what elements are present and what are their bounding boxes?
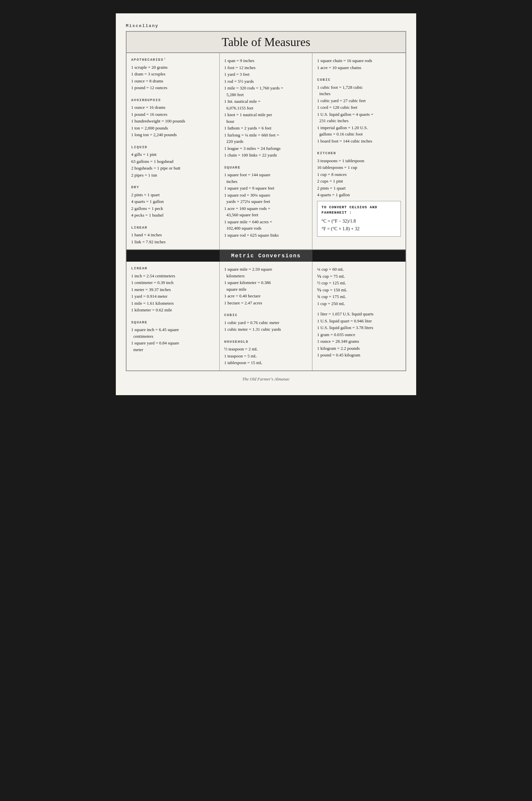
col1-top: APOTHECARIES' 1 scruple = 20 grains 1 dr…: [127, 53, 220, 249]
main-title-box: Table of Measures: [126, 31, 406, 53]
bl-5: 1 mile = 1.61 kilometers: [131, 300, 215, 307]
dry-header: DRY: [131, 185, 215, 190]
b-linear-header: LINEAR: [131, 266, 215, 271]
b-cubic-header: CUBIC: [224, 312, 308, 318]
bcub-2: 1 cubic meter = 1.31 cubic yards: [224, 326, 308, 333]
content-border: APOTHECARIES' 1 scruple = 20 grains 1 dr…: [126, 53, 406, 371]
apothecaries-header: APOTHECARIES': [131, 57, 215, 63]
col2-bottom: 1 square mile = 2.59 square kilometers 1…: [220, 262, 313, 370]
top-section: APOTHECARIES' 1 scruple = 20 grains 1 dr…: [127, 53, 405, 250]
bc3-8: 1 U.S. liquid quart = 0.946 liter: [317, 318, 401, 324]
sq-2: 1 square yard = 9 square feet: [224, 185, 308, 192]
c3-2: 1 acre = 10 square chains: [317, 64, 401, 71]
c2-7: 1 knot = 1 nautical mile per hour: [224, 112, 308, 125]
cub-2: 1 cubic yard = 27 cubic feet: [317, 97, 401, 104]
bl-4: 1 yard = 0.914 meter: [131, 293, 215, 300]
main-title: Table of Measures: [222, 35, 310, 49]
apoth-1: 1 scruple = 20 grains: [131, 64, 215, 71]
col2-top: 1 span = 9 inches 1 foot = 12 inches 1 y…: [220, 53, 313, 249]
metric-title: Metric Conversions: [231, 253, 301, 259]
kitchen-header: KITCHEN: [317, 151, 401, 156]
bc3-10: 1 gram = 0.035 ounce: [317, 331, 401, 338]
avoi-3: 1 hundredweight = 100 pounds: [131, 118, 215, 125]
dry-2: 4 quarts = 1 gallon: [131, 198, 215, 205]
b-household-header: HOUSEHOLD: [224, 339, 308, 345]
dry-3: 2 gallons = 1 peck: [131, 205, 215, 212]
dark-left: [127, 250, 220, 262]
apoth-2: 1 dram = 3 scruples: [131, 71, 215, 77]
bcub-1: 1 cubic yard = 0.76 cubic meter: [224, 319, 308, 326]
bc3-7: 1 liter = 1.057 U.S. liquid quarts: [317, 311, 401, 318]
avoi-5: 1 long ton = 2,240 pounds: [131, 132, 215, 138]
bl-2: 1 centimeter = 0.39 inch: [131, 279, 215, 286]
c2-2: 1 foot = 12 inches: [224, 64, 308, 71]
avoirdupois-header: AVOIRDUPOIS: [131, 97, 215, 103]
bh-3: 1 tablespoon = 15 mL: [224, 359, 308, 366]
liq-2: 63 gallons = 1 hogshead: [131, 158, 215, 165]
c2-11: 1 chain = 100 links = 22 yards: [224, 152, 308, 158]
almanac-footer: The Old Farmer's Almanac: [126, 377, 406, 382]
c2-3: 1 yard = 3 feet: [224, 71, 308, 78]
liq-1: 4 gills = 1 pint: [131, 151, 215, 158]
col1-bottom: LINEAR 1 inch = 2.54 centimeters 1 centi…: [127, 262, 220, 370]
dry-4: 4 pecks = 1 bushel: [131, 212, 215, 218]
square-header: SQUARE: [224, 165, 308, 171]
avoi-2: 1 pound = 16 ounces: [131, 111, 215, 118]
kit-2: 16 tablespoons = 1 cup: [317, 164, 401, 171]
c2-6: 1 Int. nautical mile = 6,076.1155 feet: [224, 98, 308, 111]
bc3-1: ¼ cup = 60 mL: [317, 266, 401, 273]
apoth-4: 1 pound = 12 ounces: [131, 84, 215, 91]
sq-6: 1 square rod = 625 square links: [224, 232, 308, 239]
c2-1: 1 span = 9 inches: [224, 57, 308, 64]
bc3-4: ⅔ cup = 150 mL: [317, 287, 401, 293]
lin-2: 1 link = 7.92 inches: [131, 239, 215, 245]
bl-1: 1 inch = 2.54 centimeters: [131, 273, 215, 279]
c2-9: 1 furlong = ⅛ mile = 660 feet = 220 yard…: [224, 132, 308, 145]
cub-4: 1 U.S. liquid gallon = 4 quarts = 231 cu…: [317, 111, 401, 124]
kit-6: 4 quarts = 1 gallon: [317, 192, 401, 198]
metric-title-row: Metric Conversions: [127, 250, 405, 262]
col3-top: 1 square chain = 16 square rods 1 acre =…: [312, 53, 405, 249]
sq-1: 1 square foot = 144 square inches: [224, 172, 308, 185]
dark-right: [312, 250, 405, 262]
liq-4: 2 pipes = 1 tun: [131, 172, 215, 178]
b-square-header: SQUARE: [131, 320, 215, 325]
avoi-4: 1 ton = 2,000 pounds: [131, 125, 215, 132]
sq-3: 1 square rod = 30¼ square yards = 272¼ s…: [224, 192, 308, 205]
bc3-11: 1 ounce = 28.349 grams: [317, 338, 401, 345]
sq-5: 1 square mile = 640 acres = 102,400 squa…: [224, 218, 308, 232]
cub-5: 1 imperial gallon = 1.20 U.S. gallons = …: [317, 125, 401, 137]
bc2-4: 1 hectare = 2.47 acres: [224, 300, 308, 306]
c2-8: 1 fathom = 2 yards = 6 feet: [224, 125, 308, 132]
convert-box: TO CONVERT CELSIUS AND FAHRENHEIT : °C =…: [317, 201, 401, 236]
page: Miscellany Table of Measures APOTHECARIE…: [116, 13, 416, 395]
convert-f1: °C = (°F − 32)/1.8: [321, 217, 397, 225]
liquid-header: LIQUID: [131, 145, 215, 150]
sq-4: 1 acre = 160 square rods = 43,560 square…: [224, 205, 308, 218]
kit-4: 2 cups = 1 pint: [317, 178, 401, 185]
dry-1: 2 pints = 1 quart: [131, 192, 215, 198]
kit-3: 1 cup = 8 ounces: [317, 171, 401, 178]
bc3-13: 1 pound = 0.45 kilogram: [317, 352, 401, 359]
bc3-2: ⅓ cup = 75 mL: [317, 273, 401, 280]
bl-3: 1 meter = 39.37 inches: [131, 286, 215, 293]
c3-1: 1 square chain = 16 square rods: [317, 57, 401, 64]
bottom-section: LINEAR 1 inch = 2.54 centimeters 1 centi…: [127, 262, 405, 370]
bl-6: 1 kilometer = 0.62 mile: [131, 307, 215, 313]
bc3-9: 1 U.S. liquid gallon = 3.78 liters: [317, 324, 401, 331]
liq-3: 2 hogsheads = 1 pipe or butt: [131, 165, 215, 172]
kit-5: 2 pints = 1 quart: [317, 185, 401, 192]
metric-title-box: Metric Conversions: [220, 250, 313, 262]
lin-1: 1 hand = 4 inches: [131, 232, 215, 238]
convert-title: TO CONVERT CELSIUS AND FAHRENHEIT :: [321, 205, 397, 216]
bs-2: 1 square yard = 0.84 square meter: [131, 340, 215, 353]
bc3-12: 1 kilogram = 2.2 pounds: [317, 345, 401, 352]
cub-6: 1 board foot = 144 cubic inches: [317, 138, 401, 145]
bh-2: 1 teaspoon = 5 mL: [224, 353, 308, 359]
bc3-6: 1 cup = 250 mL: [317, 300, 401, 307]
bc3-3: ½ cup = 125 mL: [317, 280, 401, 286]
col3-bottom: ¼ cup = 60 mL ⅓ cup = 75 mL ½ cup = 125 …: [312, 262, 405, 370]
c2-4: 1 rod = 5½ yards: [224, 78, 308, 85]
kit-1: 3 teaspoons = 1 tablespoon: [317, 157, 401, 164]
cub-3: 1 cord = 128 cubic feet: [317, 104, 401, 111]
